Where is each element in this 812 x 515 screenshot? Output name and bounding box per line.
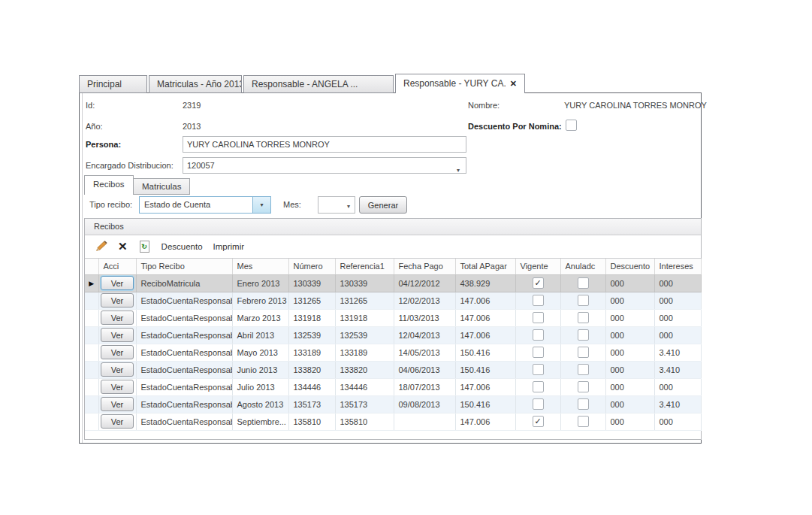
ver-button[interactable]: Ver [101, 293, 134, 307]
persona-input[interactable]: YURY CAROLINA TORRES MONROY [183, 136, 466, 153]
cell: EstadoCuentaResponsable [136, 292, 232, 309]
cell: 000 [605, 274, 654, 292]
anulado-checkbox[interactable] [578, 347, 589, 358]
column-header-anuladc[interactable]: Anuladc [560, 259, 605, 274]
cell: 18/07/2013 [394, 378, 455, 395]
ver-button[interactable]: Ver [101, 328, 134, 342]
delete-x-icon[interactable]: ✕ [118, 240, 128, 253]
column-header-n-mero[interactable]: Número [288, 259, 335, 274]
ver-button[interactable]: Ver [101, 397, 134, 411]
column-header-descuento[interactable]: Descuento [605, 259, 654, 274]
cell: 133820 [288, 361, 335, 378]
descuento-nomina-checkbox[interactable] [566, 120, 577, 131]
cell: 147.006 [455, 326, 515, 344]
chevron-down-icon[interactable]: ▾ [347, 203, 350, 210]
anulado-checkbox[interactable] [578, 295, 589, 306]
vigente-checkbox[interactable]: ✓ [533, 416, 544, 427]
row-selector-cell[interactable] [85, 378, 98, 395]
cell: 131918 [288, 309, 335, 326]
main-tabstrip: Principal Matriculas - Año 2013 Responsa… [79, 74, 527, 93]
chevron-down-icon[interactable]: ▾ [252, 197, 270, 213]
edit-pencil-icon[interactable] [95, 241, 108, 253]
descuento-toolbar-button[interactable]: Descuento [161, 242, 203, 251]
generar-button[interactable]: Generar [359, 196, 407, 214]
recibos-panel: Recibos ✕ ↻ Descuento Imprimir AcciTipo … [84, 218, 702, 440]
cell: 000 [605, 309, 654, 326]
subtab-recibos[interactable]: Recibos [84, 175, 134, 195]
cell: 132539 [288, 326, 335, 344]
row-selector-cell[interactable] [85, 326, 98, 344]
tab-responsable-yury[interactable]: Responsable - YURY CA... ✕ [395, 74, 525, 93]
tab-responsable-angela[interactable]: Responsable - ANGELA ... [243, 75, 394, 93]
chevron-down-icon[interactable]: ▾ [457, 163, 460, 178]
ver-button[interactable]: Ver [101, 276, 134, 290]
tab-matriculas-2013[interactable]: Matriculas - Año 2013 [149, 75, 242, 93]
row-selector-cell[interactable] [85, 361, 98, 378]
tab-principal[interactable]: Principal [79, 75, 147, 93]
table-row: VerEstadoCuentaResponsableJulio 20131344… [85, 378, 701, 395]
cell: 000 [605, 413, 654, 430]
cell: 3.410 [654, 395, 701, 413]
ver-button[interactable]: Ver [101, 362, 134, 377]
table-row: VerEstadoCuentaResponsableMayo 201313318… [85, 344, 701, 361]
encargado-combobox[interactable]: 120057 ▾ [183, 157, 466, 174]
column-header-vigente[interactable]: Vigente [515, 259, 560, 274]
tipo-recibo-combobox[interactable]: Estado de Cuenta ▾ [139, 196, 271, 214]
imprimir-toolbar-button[interactable]: Imprimir [213, 242, 245, 251]
row-selector-cell[interactable] [85, 413, 98, 430]
row-selector-cell[interactable] [85, 292, 98, 309]
cell: 000 [654, 413, 701, 430]
ver-button[interactable]: Ver [101, 311, 134, 325]
row-selector-cell[interactable] [85, 344, 98, 361]
table-row: VerEstadoCuentaResponsableSeptiembre...1… [85, 413, 701, 430]
recibos-panel-title: Recibos [85, 219, 701, 235]
row-selector-cell[interactable] [85, 309, 98, 326]
current-row-arrow-icon[interactable]: ▶ [85, 274, 98, 292]
cell: Febrero 2013 [232, 292, 288, 309]
cell: 000 [654, 378, 701, 395]
cell: 11/03/2013 [394, 309, 455, 326]
column-header-acci[interactable]: Acci [98, 259, 136, 274]
cell: 000 [605, 344, 654, 361]
cell: Agosto 2013 [232, 395, 288, 413]
ano-label: Año: [86, 122, 103, 131]
ver-button[interactable]: Ver [101, 414, 134, 429]
vigente-checkbox[interactable] [533, 312, 544, 323]
cell: 135810 [288, 413, 335, 430]
vigente-checkbox[interactable] [533, 295, 544, 306]
row-selector-cell[interactable] [85, 395, 98, 413]
vigente-checkbox[interactable] [533, 364, 544, 375]
anulado-checkbox[interactable] [578, 416, 589, 427]
column-header-fecha-pago[interactable]: Fecha Pago [394, 259, 455, 274]
vigente-checkbox[interactable] [533, 347, 544, 358]
anulado-checkbox[interactable] [578, 398, 589, 410]
id-label: Id: [86, 101, 95, 110]
cell: 131265 [335, 292, 394, 309]
anulado-checkbox[interactable] [578, 364, 589, 375]
export-refresh-icon[interactable]: ↻ [140, 241, 149, 253]
ver-button[interactable]: Ver [101, 380, 134, 394]
column-header-intereses[interactable]: Intereses [654, 259, 701, 274]
cell: 000 [654, 309, 701, 326]
subtab-matriculas[interactable]: Matriculas [133, 178, 190, 195]
mes-combobox[interactable]: ▾ [318, 196, 355, 214]
cell: 000 [654, 292, 701, 309]
cell: EstadoCuentaResponsable [136, 378, 232, 395]
column-header-tipo-recibo[interactable]: Tipo Recibo [136, 259, 232, 274]
cell: EstadoCuentaResponsable [136, 326, 232, 344]
close-icon[interactable]: ✕ [510, 75, 517, 92]
anulado-checkbox[interactable] [578, 381, 589, 392]
anulado-checkbox[interactable] [578, 329, 589, 341]
cell: 132539 [335, 326, 394, 344]
anulado-checkbox[interactable] [578, 312, 589, 323]
vigente-checkbox[interactable]: ✓ [533, 277, 544, 289]
ver-button[interactable]: Ver [101, 345, 134, 359]
vigente-checkbox[interactable] [533, 381, 544, 392]
cell: Julio 2013 [232, 378, 288, 395]
column-header-referencia1[interactable]: Referencia1 [335, 259, 394, 274]
column-header-total-apagar[interactable]: Total APagar [455, 259, 515, 274]
vigente-checkbox[interactable] [533, 398, 544, 410]
vigente-checkbox[interactable] [533, 329, 544, 341]
anulado-checkbox[interactable] [578, 277, 589, 289]
column-header-mes[interactable]: Mes [232, 259, 288, 274]
